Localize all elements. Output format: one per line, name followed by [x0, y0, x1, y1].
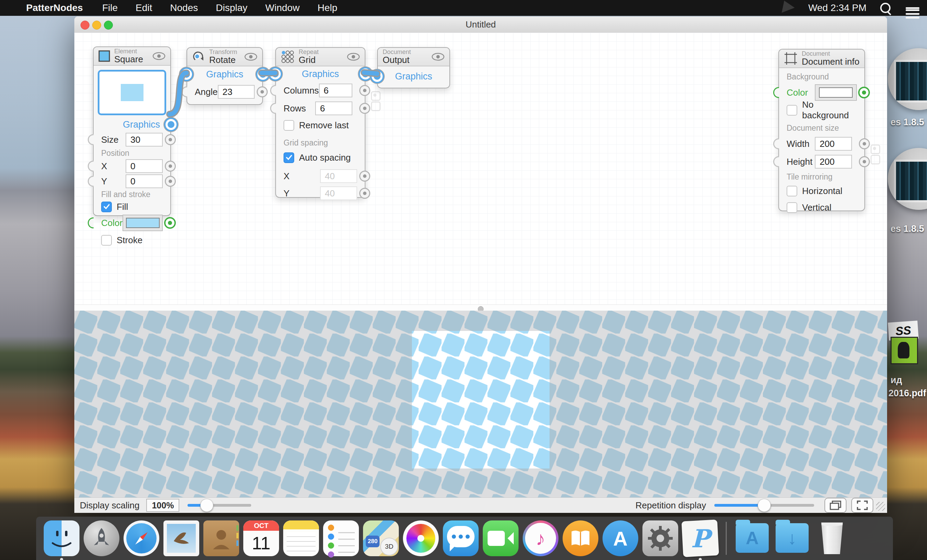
- height-output-socket[interactable]: [859, 156, 870, 167]
- width-output-socket[interactable]: [859, 138, 870, 149]
- size-field[interactable]: 30: [126, 133, 163, 147]
- graphics-input-socket[interactable]: [372, 71, 383, 82]
- pdf-file-icon[interactable]: SS: [889, 322, 921, 363]
- width-field[interactable]: 200: [815, 137, 852, 151]
- angle-field[interactable]: 23: [218, 85, 255, 99]
- x-field[interactable]: 0: [126, 159, 163, 173]
- graphics-output-socket[interactable]: [257, 69, 268, 80]
- spacing-x-field[interactable]: 40: [320, 169, 357, 183]
- bg-color-output-socket[interactable]: [858, 87, 870, 99]
- square-preview-thumbnail[interactable]: [98, 70, 166, 115]
- node-square-header[interactable]: Element Square: [94, 47, 170, 66]
- size-output-socket[interactable]: [165, 134, 176, 145]
- dock-appstore-icon[interactable]: A: [603, 521, 638, 556]
- dock-launchpad-icon[interactable]: [84, 521, 119, 556]
- auto-spacing-checkbox[interactable]: [284, 152, 294, 163]
- stroke-checkbox[interactable]: [101, 235, 112, 246]
- angle-output-socket[interactable]: [257, 87, 268, 97]
- dock-reminders-icon[interactable]: [323, 521, 359, 556]
- spacing-x-output-socket[interactable]: [359, 171, 370, 182]
- close-button[interactable]: [81, 21, 90, 30]
- patternodes-status-icon[interactable]: [783, 2, 795, 14]
- fill-color-swatch[interactable]: [123, 215, 163, 231]
- node-grid-header[interactable]: Repeat Grid: [276, 48, 365, 67]
- eye-visibility-icon[interactable]: [244, 53, 257, 62]
- dock-messages-icon[interactable]: [443, 521, 479, 556]
- dock-patternodes-icon[interactable]: P: [682, 521, 718, 556]
- desktop-icon-label[interactable]: es 1.8.5: [891, 117, 924, 127]
- dock-photos-icon[interactable]: [403, 521, 439, 556]
- no-background-checkbox[interactable]: [787, 105, 797, 115]
- node-rotate[interactable]: Transform Rotate Graphics Angle 23: [187, 47, 263, 105]
- app-menu-title[interactable]: PatterNodes: [26, 2, 83, 14]
- node-grid[interactable]: Repeat Grid Graphics Columns 6: [275, 47, 365, 198]
- canvas-preview-divider[interactable]: [74, 304, 887, 311]
- remove-last-checkbox[interactable]: [284, 120, 294, 131]
- dock-calendar-icon[interactable]: OCT 11: [243, 521, 279, 556]
- display-scaling-slider[interactable]: [187, 504, 251, 507]
- desktop-icon-label[interactable]: 2016.pdf: [889, 388, 926, 399]
- node-rotate-header[interactable]: Transform Rotate: [187, 48, 262, 67]
- menu-item-help[interactable]: Help: [318, 2, 337, 14]
- desktop-icon-label[interactable]: es 1.8.5: [891, 224, 924, 234]
- rows-field[interactable]: 6: [315, 102, 353, 115]
- graphics-output-socket[interactable]: [360, 68, 371, 79]
- y-output-socket[interactable]: [165, 176, 176, 187]
- dock-downloads-folder-icon[interactable]: ↓: [774, 521, 810, 556]
- x-output-socket[interactable]: [165, 161, 176, 171]
- tile-view-button[interactable]: [824, 498, 846, 513]
- notification-center-icon[interactable]: [906, 5, 919, 11]
- graphics-input-socket[interactable]: [270, 68, 281, 79]
- bg-color-swatch[interactable]: [815, 84, 857, 101]
- menu-item-window[interactable]: Window: [265, 2, 300, 14]
- dock-trash-icon[interactable]: [814, 521, 850, 556]
- y-field[interactable]: 0: [126, 175, 163, 188]
- repetition-display-slider[interactable]: [714, 504, 814, 507]
- dock-notes-icon[interactable]: [283, 521, 319, 556]
- menu-item-display[interactable]: Display: [216, 2, 248, 14]
- node-document-info-header[interactable]: Document Document info: [779, 50, 865, 68]
- dock-maps-icon[interactable]: 280 3D: [363, 521, 399, 556]
- dock-safari-icon[interactable]: [123, 521, 159, 556]
- minimize-button[interactable]: [92, 21, 101, 30]
- graphics-output-socket[interactable]: [166, 119, 176, 130]
- columns-field[interactable]: 6: [319, 83, 353, 97]
- desktop-icon-label[interactable]: ид: [891, 375, 902, 385]
- window-resize-grip[interactable]: [876, 502, 885, 511]
- dock-applications-folder-icon[interactable]: A: [734, 521, 770, 556]
- eye-visibility-icon[interactable]: [152, 52, 166, 62]
- fill-checkbox[interactable]: [101, 202, 112, 212]
- menu-clock[interactable]: Wed 2:34 PM: [808, 2, 866, 14]
- node-output[interactable]: Document Output Graphics: [377, 47, 450, 88]
- display-scaling-value[interactable]: 100%: [146, 499, 179, 512]
- eye-visibility-icon[interactable]: [347, 53, 360, 62]
- horizontal-checkbox[interactable]: [787, 186, 797, 196]
- columns-output-socket[interactable]: [359, 85, 370, 96]
- title-bar[interactable]: Untitled: [74, 17, 887, 33]
- menu-item-nodes[interactable]: Nodes: [170, 2, 198, 14]
- graphics-input-socket[interactable]: [181, 69, 192, 80]
- spacing-y-output-socket[interactable]: [359, 188, 370, 199]
- menu-item-edit[interactable]: Edit: [135, 2, 152, 14]
- dock-contacts-icon[interactable]: [204, 521, 239, 556]
- dock-system-preferences-icon[interactable]: [643, 521, 678, 556]
- node-document-info[interactable]: Document Document info Background Color …: [778, 49, 865, 211]
- height-field[interactable]: 200: [815, 155, 852, 168]
- dock-mail-icon[interactable]: [163, 521, 199, 556]
- fullscreen-button[interactable]: [851, 498, 873, 513]
- node-output-header[interactable]: Document Output: [378, 48, 450, 67]
- dock-finder-icon[interactable]: [44, 521, 79, 556]
- node-square[interactable]: Element Square Graphics Size 30 Posit: [93, 46, 171, 216]
- spotlight-search-icon[interactable]: [880, 3, 891, 13]
- link-icon[interactable]: [369, 90, 381, 112]
- dock-facetime-icon[interactable]: [483, 521, 518, 556]
- dock-ibooks-icon[interactable]: [562, 521, 599, 556]
- color-output-socket[interactable]: [164, 217, 176, 229]
- dock-itunes-icon[interactable]: ♪: [523, 521, 558, 556]
- zoom-button[interactable]: [104, 21, 113, 30]
- spacing-y-field[interactable]: 40: [320, 187, 357, 200]
- menu-item-file[interactable]: File: [102, 2, 118, 14]
- link-icon[interactable]: [869, 143, 880, 165]
- eye-visibility-icon[interactable]: [432, 53, 445, 62]
- rows-output-socket[interactable]: [359, 103, 370, 114]
